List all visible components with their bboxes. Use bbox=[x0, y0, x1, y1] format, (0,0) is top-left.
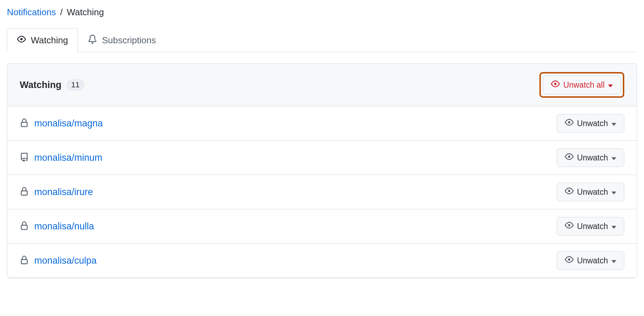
eye-icon bbox=[565, 186, 574, 198]
lock-icon bbox=[20, 187, 29, 197]
tab-watching-label: Watching bbox=[31, 35, 68, 46]
repo-link[interactable]: monalisa/nulla bbox=[34, 221, 94, 232]
caret-down-icon bbox=[611, 187, 616, 197]
unwatch-all-button[interactable]: Unwatch all bbox=[543, 76, 621, 94]
panel-header: Watching 11 Unwatch all bbox=[7, 64, 637, 106]
eye-icon bbox=[565, 221, 574, 232]
eye-icon bbox=[551, 79, 560, 90]
unwatch-button[interactable]: Unwatch bbox=[557, 217, 624, 236]
eye-icon bbox=[565, 255, 574, 266]
caret-down-icon bbox=[611, 153, 616, 163]
repo-item: monalisa/irure Unwatch bbox=[7, 175, 637, 209]
repo-info: monalisa/magna bbox=[20, 118, 103, 129]
unwatch-label: Unwatch bbox=[577, 222, 608, 231]
repo-icon bbox=[20, 153, 29, 163]
unwatch-label: Unwatch bbox=[577, 256, 608, 265]
eye-icon bbox=[17, 35, 26, 46]
panel-title: Watching bbox=[20, 80, 62, 90]
panel-title-group: Watching 11 bbox=[20, 79, 84, 91]
tab-bar: Watching Subscriptions bbox=[7, 28, 637, 52]
breadcrumb: Notifications / Watching bbox=[7, 7, 637, 18]
repo-link[interactable]: monalisa/irure bbox=[34, 187, 93, 198]
repo-info: monalisa/minum bbox=[20, 152, 102, 163]
eye-icon bbox=[565, 152, 574, 163]
eye-icon bbox=[565, 118, 574, 129]
unwatch-all-highlight: Unwatch all bbox=[539, 72, 624, 98]
tab-subscriptions[interactable]: Subscriptions bbox=[78, 28, 166, 52]
repo-item: monalisa/magna Unwatch bbox=[7, 106, 637, 141]
unwatch-button[interactable]: Unwatch bbox=[557, 114, 624, 133]
bell-icon bbox=[88, 35, 97, 46]
breadcrumb-current: Watching bbox=[67, 7, 104, 18]
repo-list: monalisa/magna Unwatch monalisa/minum bbox=[7, 106, 637, 278]
lock-icon bbox=[20, 119, 29, 129]
unwatch-label: Unwatch bbox=[577, 187, 608, 197]
lock-icon bbox=[20, 256, 29, 266]
caret-down-icon bbox=[608, 80, 613, 90]
breadcrumb-separator: / bbox=[60, 7, 63, 18]
unwatch-label: Unwatch bbox=[577, 153, 608, 163]
repo-item: monalisa/culpa Unwatch bbox=[7, 244, 637, 278]
unwatch-button[interactable]: Unwatch bbox=[557, 183, 624, 201]
tab-subscriptions-label: Subscriptions bbox=[102, 35, 156, 46]
lock-icon bbox=[20, 221, 29, 231]
repo-link[interactable]: monalisa/minum bbox=[34, 152, 102, 163]
repo-info: monalisa/nulla bbox=[20, 221, 94, 232]
watching-count-badge: 11 bbox=[66, 79, 84, 91]
unwatch-all-label: Unwatch all bbox=[563, 80, 605, 90]
tab-watching[interactable]: Watching bbox=[7, 28, 78, 52]
repo-link[interactable]: monalisa/culpa bbox=[34, 255, 97, 266]
repo-link[interactable]: monalisa/magna bbox=[34, 118, 103, 129]
caret-down-icon bbox=[611, 256, 616, 265]
unwatch-button[interactable]: Unwatch bbox=[557, 251, 624, 270]
caret-down-icon bbox=[611, 222, 616, 231]
unwatch-button[interactable]: Unwatch bbox=[557, 148, 624, 167]
unwatch-label: Unwatch bbox=[577, 119, 608, 128]
repo-info: monalisa/culpa bbox=[20, 255, 97, 266]
watching-panel: Watching 11 Unwatch all monalisa/magna bbox=[7, 63, 637, 278]
repo-item: monalisa/minum Unwatch bbox=[7, 141, 637, 175]
caret-down-icon bbox=[611, 119, 616, 128]
repo-item: monalisa/nulla Unwatch bbox=[7, 209, 637, 244]
repo-info: monalisa/irure bbox=[20, 187, 93, 198]
breadcrumb-link-notifications[interactable]: Notifications bbox=[7, 7, 56, 18]
